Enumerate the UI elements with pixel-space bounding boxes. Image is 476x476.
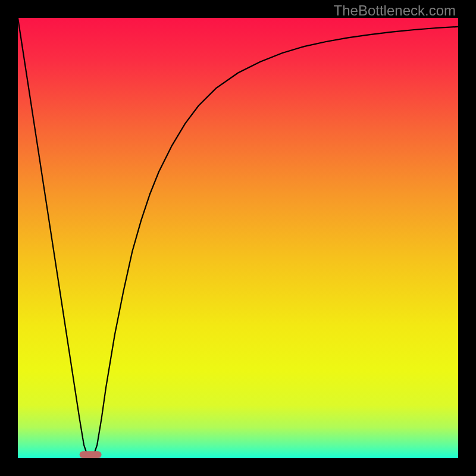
chart-svg [18,18,458,458]
gradient-background [18,18,458,458]
plot-area [18,18,458,458]
watermark-text: TheBottleneck.com [334,2,456,19]
optimum-marker [80,451,102,458]
chart-frame: TheBottleneck.com [0,0,476,476]
